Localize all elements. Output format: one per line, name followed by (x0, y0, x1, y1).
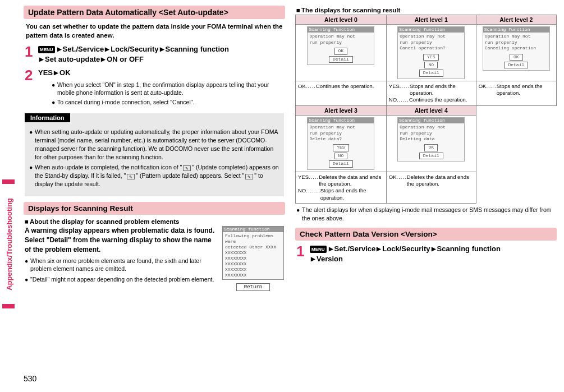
step-2-path: YES▶OK (38, 68, 284, 78)
step-number-1: 1 (25, 44, 38, 64)
menu-icon: MENU (38, 46, 55, 53)
left-column: Update Pattern Data Automatically <Set A… (24, 6, 285, 294)
update-failed-icon: ✎ (127, 174, 135, 179)
step2-bullet-1: When you select "ON" in step 1, the conf… (57, 81, 284, 97)
section-header-auto-update: Update Pattern Data Automatically <Set A… (24, 6, 285, 19)
step-number-2: 2 (25, 68, 38, 109)
subheading-displays-scanning: The displays for scanning result (296, 7, 556, 13)
version-step-number: 1 (296, 244, 310, 264)
screen-alert-3: Scanning function Operation may notrun p… (296, 115, 387, 172)
return-button-graphic: Return (236, 283, 270, 291)
screen-alert-1: Scanning function Operation may notrun p… (386, 25, 476, 81)
scan-result-lead: A warning display appears when problemat… (25, 226, 218, 254)
desc-alert-1: YES.....Stops and ends the operation. NO… (386, 81, 476, 105)
desc-alert-3: YES.....Deletes the data and ends the op… (296, 172, 387, 203)
version-step-path: MENU▶Set./Service▶Lock/Security▶Scanning… (310, 244, 556, 264)
alert-level-table: Alert level 0 Alert level 1 Alert level … (295, 15, 557, 204)
th-alert-3: Alert level 3 (296, 105, 387, 115)
step-1-path: MENU▶Set./Service▶Lock/Security▶Scanning… (38, 44, 284, 64)
side-tab: Appendix/Troubleshooting (2, 179, 15, 308)
info-bullet-2: When auto-update is completed, the notif… (35, 163, 279, 189)
triangle-icon: ▶ (57, 46, 62, 52)
alert-footnote: The alert displays for when displaying i… (302, 206, 556, 222)
right-column: The displays for scanning result Alert l… (295, 6, 557, 294)
screen-alert-4: Scanning function Operation may notrun p… (386, 115, 476, 172)
th-alert-1: Alert level 1 (386, 15, 476, 25)
screen-alert-2: Scanning function Operation may notrun p… (476, 25, 556, 81)
step-2: 2 YES▶OK ●When you select "ON" in step 1… (25, 68, 284, 109)
problem-list-screenshot: Scanning function Following problems wer… (222, 226, 284, 291)
desc-alert-4: OK.....Deletes the data and ends the ope… (386, 172, 476, 203)
update-complete-icon: ✎ (183, 165, 191, 171)
section-header-scanning-result: Displays for Scanning Result (24, 202, 285, 215)
page-number: 530 (24, 374, 36, 383)
section-header-version: Check Pattern Data Version <Version> (295, 228, 557, 241)
step2-bullet-2: To cancel during i-mode connection, sele… (57, 98, 194, 107)
th-alert-2: Alert level 2 (476, 15, 556, 25)
th-alert-0: Alert level 0 (296, 15, 387, 25)
desc-alert-0: OK.....Continues the operation. (296, 81, 387, 105)
information-header: Information (25, 113, 70, 122)
info-bullet-1: When setting auto-update or updating aut… (35, 128, 279, 162)
th-alert-4: Alert level 4 (386, 105, 476, 115)
desc-alert-2: OK.....Stops and ends the operation. (476, 81, 556, 105)
information-box: Information ●When setting auto-update or… (25, 113, 284, 197)
version-step-1: 1 MENU▶Set./Service▶Lock/Security▶Scanni… (296, 244, 556, 264)
update-result-icon: ✎ (245, 174, 253, 179)
scan-bullet-1: When six or more problem elements are fo… (30, 257, 218, 273)
intro-text: You can set whether to update the patter… (26, 22, 283, 40)
step-1: 1 MENU▶Set./Service▶Lock/Security▶Scanni… (25, 44, 284, 64)
scan-bullet-2: "Detail" might not appear depending on t… (30, 275, 214, 284)
subheading-scanned-elements: About the display for scanned problem el… (25, 218, 284, 225)
screen-alert-0: Scanning function Operation may notrun p… (296, 25, 387, 81)
side-tab-label: Appendix/Troubleshooting (5, 188, 13, 301)
menu-icon: MENU (310, 246, 327, 253)
